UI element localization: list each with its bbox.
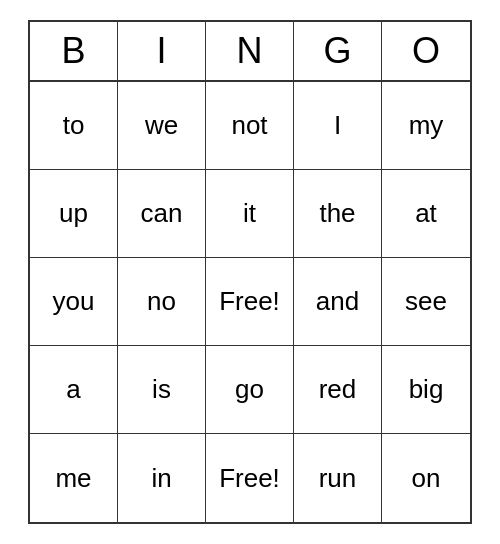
bingo-row: aisgoredbig: [30, 346, 470, 434]
bingo-cell: run: [294, 434, 382, 522]
header-cell: B: [30, 22, 118, 82]
bingo-cell: see: [382, 258, 470, 346]
bingo-cell: a: [30, 346, 118, 434]
bingo-cell: on: [382, 434, 470, 522]
bingo-cell: and: [294, 258, 382, 346]
bingo-cell: to: [30, 82, 118, 170]
header-cell: O: [382, 22, 470, 82]
bingo-cell: not: [206, 82, 294, 170]
bingo-cell: in: [118, 434, 206, 522]
bingo-row: towenotImy: [30, 82, 470, 170]
bingo-cell: can: [118, 170, 206, 258]
bingo-cell: is: [118, 346, 206, 434]
bingo-cell: it: [206, 170, 294, 258]
bingo-cell: red: [294, 346, 382, 434]
bingo-cell: you: [30, 258, 118, 346]
bingo-cell: the: [294, 170, 382, 258]
bingo-body: towenotImyupcanittheatyounoFree!andseeai…: [30, 82, 470, 522]
bingo-cell: my: [382, 82, 470, 170]
bingo-row: meinFree!runon: [30, 434, 470, 522]
header-cell: N: [206, 22, 294, 82]
bingo-row: upcanittheat: [30, 170, 470, 258]
bingo-cell: Free!: [206, 258, 294, 346]
bingo-cell: me: [30, 434, 118, 522]
bingo-cell: go: [206, 346, 294, 434]
bingo-cell: big: [382, 346, 470, 434]
bingo-cell: at: [382, 170, 470, 258]
bingo-row: younoFree!andsee: [30, 258, 470, 346]
bingo-card: BINGO towenotImyupcanittheatyounoFree!an…: [28, 20, 472, 524]
header-cell: I: [118, 22, 206, 82]
header-cell: G: [294, 22, 382, 82]
bingo-cell: we: [118, 82, 206, 170]
bingo-cell: I: [294, 82, 382, 170]
bingo-cell: no: [118, 258, 206, 346]
bingo-header: BINGO: [30, 22, 470, 82]
bingo-cell: up: [30, 170, 118, 258]
bingo-cell: Free!: [206, 434, 294, 522]
